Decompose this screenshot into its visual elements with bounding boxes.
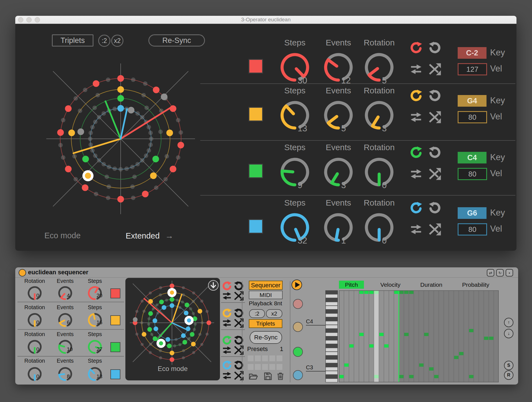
rotate-cw-button[interactable]: [410, 89, 422, 102]
events-label: Events: [49, 304, 82, 311]
rotation-knob[interactable]: [26, 339, 43, 355]
rotate-cw-button[interactable]: [410, 146, 422, 159]
trash-icon[interactable]: [276, 372, 285, 381]
track-color-swatch[interactable]: [249, 219, 263, 234]
rotate-ccw-button[interactable]: [429, 89, 441, 102]
preset-slot[interactable]: [248, 355, 254, 361]
shuffle-button[interactable]: [429, 223, 441, 236]
vel-field[interactable]: 80: [458, 168, 487, 180]
preset-slot[interactable]: [277, 355, 282, 361]
rotate-cw-button[interactable]: [222, 308, 232, 318]
steps-label: Steps: [271, 86, 318, 95]
device-titlebar[interactable]: euclidean sequencer ⇄ ↻ ▪: [15, 267, 518, 278]
save-icon[interactable]: ▪: [506, 269, 513, 276]
preset-number-field[interactable]: 1: [277, 345, 287, 353]
rotate-ccw-button[interactable]: [429, 41, 441, 54]
track-color-swatch[interactable]: [110, 288, 120, 298]
load-folder-icon[interactable]: [248, 372, 259, 381]
preset-slot[interactable]: [255, 364, 261, 370]
shuffle-button[interactable]: [429, 111, 441, 124]
triplets-button[interactable]: Triplets: [249, 319, 282, 328]
track-color-swatch[interactable]: [110, 369, 120, 379]
preset-slot[interactable]: [277, 364, 282, 370]
reverse-button[interactable]: [410, 111, 422, 124]
shuffle-button[interactable]: [429, 63, 441, 76]
octave-up-button[interactable]: ↑: [504, 318, 513, 327]
rotate-cw-button[interactable]: [222, 281, 232, 291]
preset-slot[interactable]: [262, 355, 268, 361]
reverse-button[interactable]: [410, 63, 422, 76]
track-monitor-circle[interactable]: [293, 299, 303, 309]
events-knob-value: 10: [67, 346, 73, 352]
reverse-button[interactable]: [222, 291, 232, 301]
sync-icon[interactable]: ↻: [496, 269, 504, 276]
reverse-button[interactable]: [222, 371, 232, 381]
piano-keyboard[interactable]: [325, 290, 338, 382]
rotation-knob[interactable]: [26, 312, 43, 328]
rotate-cw-button[interactable]: [222, 335, 232, 345]
resync-button[interactable]: Re-Sync: [250, 331, 282, 344]
reverse-button[interactable]: [222, 318, 232, 328]
key-field[interactable]: C4: [458, 152, 487, 163]
device-on-toggle[interactable]: [19, 269, 26, 276]
rotate-cw-button[interactable]: [410, 201, 422, 214]
tab-pitch[interactable]: Pitch: [339, 281, 364, 289]
track-color-swatch[interactable]: [249, 59, 263, 73]
play-button[interactable]: [292, 280, 302, 290]
piano-roll-grid[interactable]: [339, 290, 499, 382]
rotation-label: Rotation: [18, 304, 51, 311]
pop-out-down-icon[interactable]: [208, 280, 219, 291]
extended-mode-button[interactable]: Extended →: [126, 231, 174, 240]
save-floppy-icon[interactable]: [263, 372, 273, 381]
track-monitor-circle[interactable]: [293, 322, 303, 332]
divider: [242, 281, 242, 382]
events-knob[interactable]: [57, 312, 74, 328]
steps-label: Steps: [271, 198, 318, 208]
rotate-cw-button[interactable]: [222, 360, 232, 370]
preset-slot[interactable]: [248, 364, 254, 370]
octave-down-button[interactable]: ↓: [504, 329, 513, 338]
titlebar[interactable]: 3-Operator euclidean: [15, 16, 516, 24]
reverse-button[interactable]: [222, 345, 232, 355]
midi-mode-button[interactable]: MIDI: [249, 291, 283, 299]
events-knob[interactable]: [57, 285, 74, 301]
key-field[interactable]: G4: [458, 95, 487, 107]
key-field[interactable]: G6: [458, 207, 487, 219]
half-rate-button[interactable]: :2: [249, 309, 265, 318]
rotation-knob-value: 0: [382, 180, 407, 190]
tab-velocity[interactable]: Velocity: [373, 281, 408, 289]
preset-slot[interactable]: [269, 364, 275, 370]
rotation-knob[interactable]: [26, 366, 43, 382]
track-monitor-circle[interactable]: [293, 347, 303, 357]
tab-duration[interactable]: Duration: [415, 281, 448, 289]
rotate-ccw-button[interactable]: [429, 146, 441, 159]
track-color-swatch[interactable]: [249, 107, 263, 121]
sequencer-mode-button[interactable]: Sequencer: [249, 281, 283, 290]
hotswap-icon[interactable]: ⇄: [487, 269, 494, 276]
preset-slot[interactable]: [255, 355, 261, 361]
key-field[interactable]: C-2: [458, 47, 487, 59]
reverse-button[interactable]: [410, 223, 422, 236]
track-monitor-circle[interactable]: [293, 370, 303, 380]
preset-slot[interactable]: [269, 355, 275, 361]
row-separator: [17, 302, 124, 302]
vel-field[interactable]: 80: [458, 223, 487, 235]
reverse-button[interactable]: [410, 168, 422, 180]
solo-button[interactable]: S: [504, 361, 513, 370]
double-rate-button[interactable]: x2: [266, 309, 282, 318]
track-color-swatch[interactable]: [110, 342, 120, 352]
track-color-swatch[interactable]: [249, 164, 263, 178]
vel-field[interactable]: 127: [458, 63, 487, 75]
tab-probability[interactable]: Probability: [456, 281, 495, 289]
device-title: euclidean sequencer: [28, 269, 88, 276]
track-color-swatch[interactable]: [110, 315, 120, 325]
rotation-knob[interactable]: [26, 285, 43, 301]
preset-slot[interactable]: [262, 364, 268, 370]
euclidean-circle-display[interactable]: [28, 43, 205, 254]
reset-button[interactable]: R: [504, 370, 513, 380]
rotate-ccw-button[interactable]: [429, 201, 441, 214]
rotate-cw-button[interactable]: [410, 41, 422, 54]
shuffle-button[interactable]: [429, 168, 441, 180]
events-knob[interactable]: [57, 366, 74, 382]
vel-field[interactable]: 80: [458, 111, 487, 123]
